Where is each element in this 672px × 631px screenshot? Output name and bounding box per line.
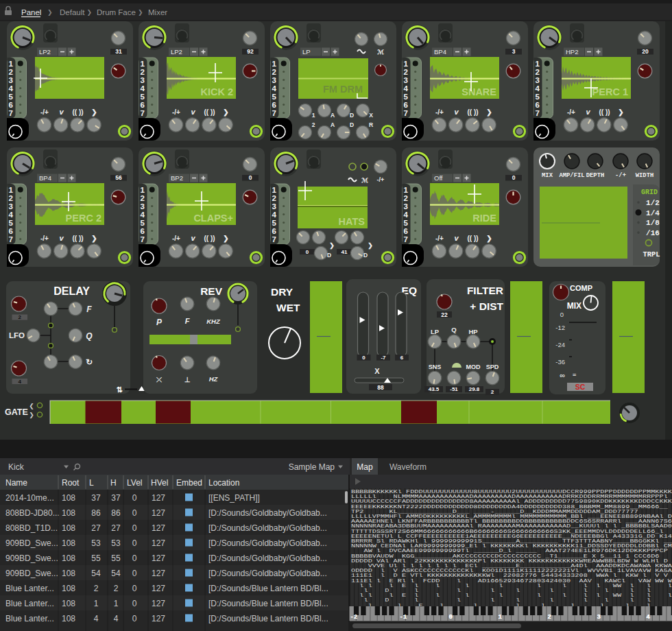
svg-text:GRID: GRID — [641, 189, 658, 196]
svg-text:5: 5 — [141, 219, 145, 227]
svg-text:2: 2 — [94, 584, 99, 593]
svg-text:6: 6 — [141, 101, 145, 109]
svg-text:5: 5 — [536, 93, 540, 101]
svg-text:(( )): (( )) — [467, 108, 478, 116]
svg-text:0: 0 — [449, 614, 453, 621]
svg-text:v: v — [454, 234, 459, 242]
svg-text:127: 127 — [152, 553, 165, 563]
svg-text:7: 7 — [404, 109, 408, 117]
svg-text:0: 0 — [132, 569, 137, 578]
svg-text:2014-10me...: 2014-10me... — [5, 493, 54, 503]
svg-text:4: 4 — [536, 84, 540, 93]
svg-text:4: 4 — [647, 614, 651, 621]
svg-text:5: 5 — [404, 93, 409, 101]
svg-text:SNS: SNS — [429, 364, 442, 370]
svg-text:6: 6 — [400, 355, 404, 361]
svg-text:909BD_Swe...: 909BD_Swe... — [5, 569, 58, 578]
svg-text:TRPL: TRPL — [643, 250, 660, 259]
svg-text:BP4: BP4 — [434, 48, 446, 56]
svg-text:A: A — [331, 121, 335, 128]
svg-text:v: v — [586, 108, 590, 116]
svg-text:R: R — [369, 121, 373, 128]
svg-text:2: 2 — [9, 194, 13, 202]
svg-text:❯: ❯ — [223, 108, 228, 117]
svg-text:-2: -2 — [350, 614, 358, 621]
svg-text:7: 7 — [9, 235, 13, 243]
svg-text:127: 127 — [152, 538, 165, 548]
svg-text:808BD-JD80...: 808BD-JD80... — [5, 508, 60, 518]
svg-text:4: 4 — [114, 614, 119, 623]
svg-text:4: 4 — [141, 84, 145, 93]
svg-text:54: 54 — [111, 569, 121, 578]
svg-text:-/+: -/+ — [172, 108, 180, 116]
svg-text:4: 4 — [272, 84, 277, 93]
svg-text:108: 108 — [62, 584, 75, 593]
svg-text:[D:/Sounds/Goldbaby/Goldbab...: [D:/Sounds/Goldbaby/Goldbab... — [208, 553, 327, 563]
svg-text:2: 2 — [141, 194, 145, 202]
svg-text:1: 1 — [312, 112, 315, 119]
svg-text:Name: Name — [5, 478, 27, 488]
svg-text:7: 7 — [272, 235, 276, 243]
svg-text:[D:/Sounds/Blue Lantern BD/Bl.: [D:/Sounds/Blue Lantern BD/Bl... — [208, 614, 328, 623]
svg-text:4: 4 — [141, 211, 145, 219]
svg-text:29.8: 29.8 — [469, 386, 480, 392]
svg-text:DRY: DRY — [271, 286, 293, 298]
svg-text:Blue Lanter...: Blue Lanter... — [5, 614, 54, 623]
svg-text:CLAPS+: CLAPS+ — [193, 213, 233, 224]
svg-text:PERC 2: PERC 2 — [66, 213, 101, 224]
svg-text:108: 108 — [62, 523, 75, 533]
svg-text:LFO: LFO — [9, 331, 25, 340]
svg-text:6: 6 — [141, 227, 145, 235]
svg-text:LP: LP — [302, 48, 311, 56]
svg-text:108: 108 — [62, 614, 75, 623]
svg-text:Embed: Embed — [176, 478, 202, 488]
svg-text:27: 27 — [111, 523, 121, 533]
svg-text:1: 1 — [114, 599, 119, 608]
svg-text:53: 53 — [91, 538, 101, 548]
svg-text:❯: ❯ — [223, 235, 228, 243]
svg-text:1: 1 — [9, 60, 14, 68]
svg-text:127: 127 — [152, 523, 165, 533]
svg-text:3: 3 — [512, 48, 516, 55]
svg-text:AMP/FIL: AMP/FIL — [560, 172, 585, 179]
svg-text:108: 108 — [62, 553, 75, 563]
svg-text:92: 92 — [247, 48, 254, 55]
svg-text:909BD_Swe...: 909BD_Swe... — [5, 538, 58, 548]
svg-text:108: 108 — [62, 569, 75, 578]
svg-text:F: F — [86, 305, 92, 314]
svg-text:P: P — [156, 318, 163, 327]
svg-text:❯: ❯ — [486, 235, 492, 243]
svg-text:-/+: -/+ — [435, 108, 444, 116]
svg-text:2: 2 — [19, 314, 22, 320]
svg-text:-7: -7 — [381, 355, 386, 361]
svg-text:108: 108 — [62, 538, 75, 548]
svg-text:1: 1 — [94, 599, 99, 608]
svg-text:37: 37 — [111, 493, 121, 503]
svg-text:[[ENS_PATH]]: [[ENS_PATH]] — [208, 493, 260, 503]
svg-text:SC: SC — [575, 383, 586, 391]
svg-text:WIDTH: WIDTH — [636, 172, 653, 179]
svg-text:L: L — [89, 478, 94, 488]
svg-text:3: 3 — [141, 202, 145, 211]
svg-text:127: 127 — [152, 584, 165, 593]
svg-text:-51: -51 — [450, 386, 458, 392]
svg-text:4: 4 — [404, 84, 409, 93]
svg-text:1: 1 — [404, 60, 409, 68]
svg-text:Drum Face: Drum Face — [97, 8, 136, 16]
svg-text:56: 56 — [115, 174, 122, 181]
svg-text:5: 5 — [9, 93, 14, 101]
svg-text:❯: ❯ — [618, 108, 623, 117]
svg-text:Kick: Kick — [8, 462, 25, 472]
svg-text:-/+: -/+ — [377, 176, 385, 183]
svg-text:❯: ❯ — [47, 9, 53, 16]
svg-text:Default: Default — [60, 8, 85, 16]
svg-text:7: 7 — [272, 109, 276, 117]
svg-text:⤫: ⤫ — [156, 376, 163, 383]
svg-text:GATE: GATE — [5, 407, 28, 417]
svg-text:27: 27 — [91, 523, 101, 533]
svg-text:7: 7 — [141, 235, 145, 243]
svg-text:909BD_Swe...: 909BD_Swe... — [5, 553, 58, 563]
svg-text:-24: -24 — [555, 341, 565, 348]
svg-text:BP4: BP4 — [39, 174, 51, 182]
svg-text:-1: -1 — [400, 614, 407, 621]
